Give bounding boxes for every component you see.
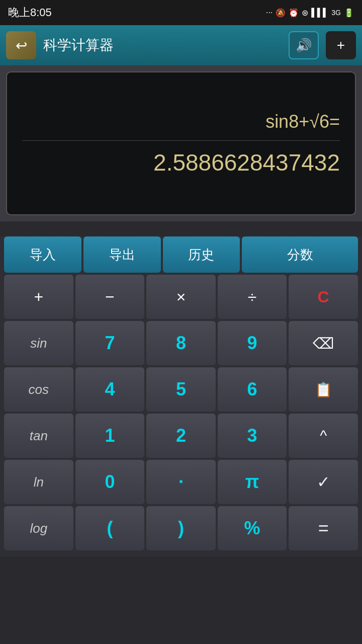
ln-button[interactable]: ln	[4, 460, 73, 504]
open-paren-button[interactable]: (	[75, 506, 145, 550]
wifi-icon: ⊛	[302, 8, 308, 18]
equals-button[interactable]: =	[289, 506, 358, 550]
app-title: 科学计算器	[43, 36, 282, 55]
result-display: 2.5886628437432	[153, 149, 340, 176]
one-button[interactable]: 1	[75, 414, 145, 458]
add-button[interactable]: +	[326, 31, 356, 59]
three-button[interactable]: 3	[218, 414, 287, 458]
percent-button[interactable]: %	[218, 506, 287, 550]
display-divider	[22, 140, 340, 141]
back-icon: ↩	[16, 37, 27, 54]
status-time: 晚上8:05	[8, 5, 52, 20]
sound-icon: 🔊	[296, 38, 312, 53]
log-button[interactable]: log	[4, 506, 73, 550]
signal-dots-icon: ···	[266, 8, 273, 17]
app-header: ↩ 科学计算器 🔊 +	[0, 25, 362, 65]
two-button[interactable]: 2	[146, 414, 216, 458]
display-area: sin8+√6= 2.5886628437432	[0, 65, 362, 221]
backspace-button[interactable]: ⌫	[289, 321, 358, 365]
back-button[interactable]: ↩	[6, 31, 36, 59]
decimal-button[interactable]: ·	[146, 460, 216, 504]
alarm-icon: ⏰	[289, 8, 299, 18]
row-789: sin 7 8 9 ⌫	[4, 321, 358, 365]
history-button[interactable]: 历史	[163, 236, 240, 273]
export-button[interactable]: 导出	[83, 236, 161, 273]
tan-button[interactable]: tan	[4, 414, 73, 458]
network-type-label: 3G	[331, 9, 341, 17]
row-log: log ( ) % =	[4, 506, 358, 550]
five-button[interactable]: 5	[146, 367, 216, 412]
fraction-button[interactable]: 分数	[242, 236, 358, 273]
close-paren-button[interactable]: )	[146, 506, 216, 550]
display-inner: sin8+√6= 2.5886628437432	[6, 71, 356, 215]
mute-icon: 🔕	[276, 8, 286, 18]
row-456: cos 4 5 6 📋	[4, 367, 358, 412]
confirm-button[interactable]: ✓	[289, 460, 358, 504]
nine-button[interactable]: 9	[218, 321, 287, 365]
signal-bars-icon: ▌▌▌	[311, 8, 328, 17]
clipboard-button[interactable]: 📋	[289, 367, 358, 412]
mid-spacer	[0, 221, 362, 236]
add-op-button[interactable]: +	[4, 275, 73, 319]
six-button[interactable]: 6	[218, 367, 287, 412]
status-bar: 晚上8:05 ··· 🔕 ⏰ ⊛ ▌▌▌ 3G 🔋	[0, 0, 362, 25]
seven-button[interactable]: 7	[75, 321, 145, 365]
import-button[interactable]: 导入	[4, 236, 81, 273]
clipboard-icon: 📋	[315, 381, 332, 398]
four-button[interactable]: 4	[75, 367, 145, 412]
status-icons: ··· 🔕 ⏰ ⊛ ▌▌▌ 3G 🔋	[266, 8, 354, 18]
keypad: 导入 导出 历史 分数 + − × ÷ C sin 7 8 9 ⌫ cos 4 …	[0, 236, 362, 556]
cos-button[interactable]: cos	[4, 367, 73, 412]
sin-button[interactable]: sin	[4, 321, 73, 365]
subtract-op-button[interactable]: −	[75, 275, 145, 319]
battery-icon: 🔋	[344, 8, 354, 18]
plus-icon: +	[337, 37, 345, 53]
multiply-op-button[interactable]: ×	[146, 275, 216, 319]
eight-button[interactable]: 8	[146, 321, 216, 365]
zero-button[interactable]: 0	[75, 460, 145, 504]
expression-display: sin8+√6=	[265, 111, 340, 132]
operators-row: + − × ÷ C	[4, 275, 358, 319]
divide-op-button[interactable]: ÷	[218, 275, 287, 319]
pi-button[interactable]: π	[218, 460, 287, 504]
clear-button[interactable]: C	[289, 275, 358, 319]
sound-button[interactable]: 🔊	[289, 31, 319, 59]
power-button[interactable]: ^	[289, 414, 358, 458]
row-zero: ln 0 · π ✓	[4, 460, 358, 504]
action-row: 导入 导出 历史 分数	[4, 236, 358, 273]
row-123: tan 1 2 3 ^	[4, 414, 358, 458]
